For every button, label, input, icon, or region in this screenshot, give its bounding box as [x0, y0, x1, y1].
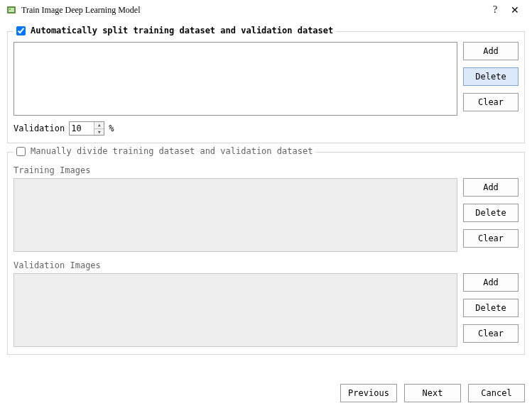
auto-split-group: Automatically split training dataset and… — [7, 31, 525, 143]
auto-add-button[interactable]: Add — [463, 42, 519, 60]
app-icon — [6, 4, 17, 16]
close-button[interactable]: ✕ — [505, 4, 525, 16]
cancel-button[interactable]: Cancel — [468, 384, 525, 402]
training-images-listbox[interactable] — [13, 178, 457, 252]
training-add-button[interactable]: Add — [463, 178, 519, 197]
svg-rect-1 — [9, 8, 14, 12]
wizard-button-bar: Previous Next Cancel — [340, 384, 525, 402]
validation-images-listbox[interactable] — [13, 273, 457, 347]
validation-delete-button[interactable]: Delete — [463, 299, 519, 317]
validation-input[interactable] — [70, 123, 94, 134]
auto-split-checkbox[interactable] — [16, 26, 26, 35]
validation-images-label: Validation Images — [13, 260, 519, 270]
training-delete-button[interactable]: Delete — [463, 204, 519, 222]
manual-split-group: Manually divide training dataset and val… — [7, 152, 525, 355]
window-title: Train Image Deep Learning Model — [21, 5, 485, 16]
validation-spinbox[interactable]: ▲ ▼ — [69, 121, 104, 136]
manual-split-legend-label: Manually divide training dataset and val… — [31, 146, 313, 156]
spin-up-icon[interactable]: ▲ — [94, 122, 104, 129]
validation-clear-button[interactable]: Clear — [463, 324, 519, 343]
training-images-label: Training Images — [13, 165, 519, 175]
previous-button[interactable]: Previous — [340, 384, 397, 402]
validation-add-button[interactable]: Add — [463, 273, 519, 292]
auto-dataset-listbox[interactable] — [13, 42, 457, 116]
titlebar: Train Image Deep Learning Model ? ✕ — [0, 0, 532, 23]
auto-split-legend: Automatically split training dataset and… — [13, 26, 336, 35]
validation-unit: % — [109, 123, 114, 133]
auto-split-legend-label: Automatically split training dataset and… — [31, 26, 333, 35]
spin-down-icon[interactable]: ▼ — [94, 129, 104, 136]
help-button[interactable]: ? — [485, 4, 505, 16]
auto-clear-button[interactable]: Clear — [463, 93, 519, 111]
manual-split-legend: Manually divide training dataset and val… — [13, 146, 315, 156]
training-clear-button[interactable]: Clear — [463, 229, 519, 248]
auto-delete-button[interactable]: Delete — [463, 67, 519, 86]
manual-split-checkbox[interactable] — [16, 147, 26, 156]
validation-label: Validation — [13, 123, 65, 133]
next-button[interactable]: Next — [404, 384, 461, 402]
svg-point-2 — [9, 9, 11, 10]
